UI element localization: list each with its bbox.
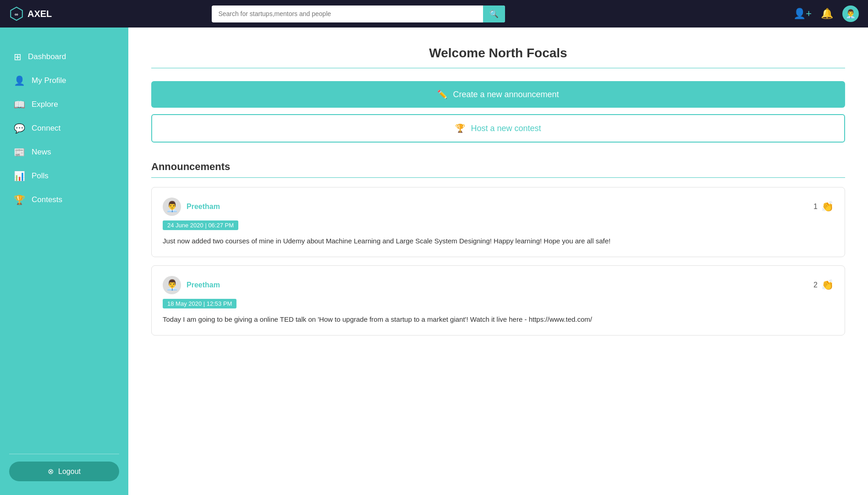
nav-icons: 👤+ 🔔 👨‍💼 [793,6,859,22]
sidebar-item-polls[interactable]: 📊 Polls [5,165,124,187]
sidebar-divider [9,454,119,454]
sidebar-item-my-profile[interactable]: 👤 My Profile [5,70,124,92]
card-actions-1: 1 👏 [813,201,834,213]
user-avatar-nav[interactable]: 👨‍💼 [842,6,859,22]
announcement-text-2: Today I am going to be giving a online T… [163,314,834,325]
clap-count-2: 2 [813,281,818,289]
search-button[interactable]: 🔍 [483,6,505,22]
welcome-title: Welcome North Focals [151,46,845,60]
user-avatar-icon: 👨‍💼 [846,9,856,19]
news-icon: 📰 [14,147,25,158]
logout-label: Logout [58,468,81,476]
connect-icon: 💬 [14,123,25,134]
create-announcement-label: Create a new announcement [453,90,559,99]
announcement-card-2: 👨‍💼 Preetham 2 👏 18 May 2020 | 12:53 PM … [151,265,845,336]
sidebar-item-explore[interactable]: 📖 Explore [5,94,124,116]
avatar-icon-2: 👨‍💼 [166,279,178,291]
sidebar-item-news[interactable]: 📰 News [5,141,124,163]
announcement-card-1: 👨‍💼 Preetham 1 👏 24 June 2020 | 06:27 PM… [151,187,845,257]
notification-icon[interactable]: 🔔 [821,8,833,20]
username-1[interactable]: Preetham [187,203,220,211]
contests-icon: 🏆 [14,194,25,205]
sidebar-item-dashboard[interactable]: ⊞ Dashboard [5,46,124,68]
card-actions-2: 2 👏 [813,279,834,291]
title-divider [151,68,845,68]
add-person-icon[interactable]: 👤+ [793,8,812,20]
main-layout: ⊞ Dashboard 👤 My Profile 📖 Explore 💬 Con… [0,28,868,495]
card-header-1: 👨‍💼 Preetham 1 👏 [163,198,834,216]
search-input[interactable] [212,6,483,21]
user-avatar-1: 👨‍💼 [163,198,181,216]
user-avatar-2: 👨‍💼 [163,276,181,294]
card-user-1: 👨‍💼 Preetham [163,198,220,216]
sidebar-item-contests[interactable]: 🏆 Contests [5,189,124,211]
announcements-section-title: Announcements [151,161,845,173]
announcement-edit-icon: ✏️ [437,89,447,99]
create-announcement-button[interactable]: ✏️ Create a new announcement [151,81,845,108]
logout-icon: ⊗ [48,467,54,476]
sidebar-item-label-contests: Contests [32,195,62,204]
sidebar-item-connect[interactable]: 💬 Connect [5,117,124,139]
svg-text:∞: ∞ [15,11,18,17]
action-buttons: ✏️ Create a new announcement 🏆 Host a ne… [151,81,845,143]
polls-icon: 📊 [14,170,25,182]
sidebar-item-label-my-profile: My Profile [32,76,66,85]
contest-icon: 🏆 [455,123,465,133]
app-name: AXEL [27,9,52,19]
host-contest-button[interactable]: 🏆 Host a new contest [151,114,845,143]
sidebar-item-label-connect: Connect [32,124,60,133]
sidebar-nav: ⊞ Dashboard 👤 My Profile 📖 Explore 💬 Con… [0,46,128,446]
dashboard-icon: ⊞ [14,51,22,62]
card-header-2: 👨‍💼 Preetham 2 👏 [163,276,834,294]
sidebar: ⊞ Dashboard 👤 My Profile 📖 Explore 💬 Con… [0,28,128,495]
date-badge-2: 18 May 2020 | 12:53 PM [163,299,236,308]
username-2[interactable]: Preetham [187,281,220,289]
profile-icon: 👤 [14,75,25,86]
explore-icon: 📖 [14,99,25,110]
sidebar-item-label-dashboard: Dashboard [28,52,66,61]
logo[interactable]: ∞ AXEL [9,6,64,21]
topnav: ∞ AXEL 🔍 👤+ 🔔 👨‍💼 [0,0,868,28]
host-contest-label: Host a new contest [471,124,541,133]
clap-icon-1[interactable]: 👏 [821,201,834,213]
sidebar-item-label-news: News [32,148,51,157]
logout-button[interactable]: ⊗ Logout [9,462,119,481]
card-user-2: 👨‍💼 Preetham [163,276,220,294]
announcements-divider [151,177,845,178]
avatar-icon-1: 👨‍💼 [166,201,178,213]
announcement-text-1: Just now added two courses of mine in Ud… [163,236,834,247]
logo-icon: ∞ [9,6,24,21]
sidebar-item-label-polls: Polls [32,171,49,181]
clap-icon-2[interactable]: 👏 [821,279,834,291]
clap-count-1: 1 [813,203,818,211]
main-content: Welcome North Focals ✏️ Create a new ann… [128,28,868,495]
search-bar: 🔍 [212,6,505,22]
sidebar-item-label-explore: Explore [32,100,58,109]
date-badge-1: 24 June 2020 | 06:27 PM [163,220,238,230]
